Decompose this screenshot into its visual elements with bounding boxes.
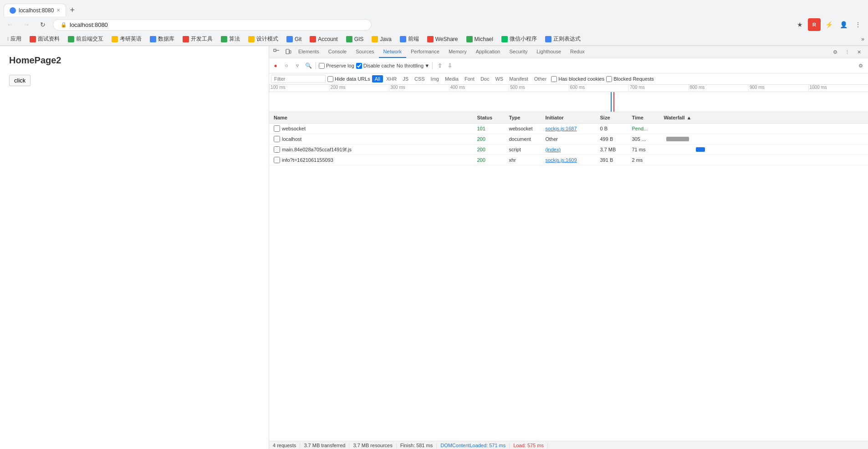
bookmark-favicon: [248, 36, 255, 42]
devtools-settings-icon[interactable]: ⚙: [830, 46, 841, 57]
devtools-status-bar: 4 requests 3.7 MB transferred 3.7 MB res…: [269, 441, 868, 449]
disable-cache-input[interactable]: [356, 63, 362, 69]
row-size-mainjs: 3.7 MB: [598, 146, 630, 153]
bookmark-kaoyan[interactable]: 考研英语: [108, 34, 145, 44]
devtools-more-icon[interactable]: ⋮: [842, 46, 853, 57]
reload-button[interactable]: ↻: [36, 18, 49, 31]
bookmark-weshare[interactable]: WeShare: [424, 35, 462, 43]
table-row[interactable]: info?t=1621061155093 200 xhr sockjs.js:1…: [269, 155, 868, 165]
row-status-mainjs: 200: [475, 146, 507, 153]
profile-icon[interactable]: 👤: [837, 18, 850, 31]
extensions-icon[interactable]: ⚡: [822, 18, 835, 31]
bookmark-star-icon[interactable]: ★: [793, 18, 806, 31]
bookmark-label: GIS: [354, 36, 364, 42]
browser-tab[interactable]: localhost:8080 ✕: [4, 4, 66, 16]
devtools-close-icon[interactable]: ✕: [853, 46, 864, 57]
bookmark-mianshi[interactable]: 面试资料: [26, 34, 63, 44]
row-checkbox[interactable]: [274, 136, 280, 142]
bookmark-qianhouduan[interactable]: 前后端交互: [64, 34, 107, 44]
bookmark-apps[interactable]: ⁝ 应用: [4, 34, 25, 44]
extension-icon-red[interactable]: R: [808, 18, 821, 31]
blocked-requests-input[interactable]: [606, 76, 612, 82]
svg-rect-0: [274, 49, 276, 52]
tab-network[interactable]: Network: [379, 46, 406, 58]
filter-tab-manifest[interactable]: Manifest: [506, 75, 531, 83]
bookmark-michael[interactable]: Michael: [463, 35, 497, 43]
blocked-requests-checkbox[interactable]: Blocked Requests: [606, 76, 654, 82]
row-checkbox[interactable]: [274, 157, 280, 163]
tab-security[interactable]: Security: [505, 46, 532, 58]
bookmark-qianduan[interactable]: 前端: [396, 34, 423, 44]
preserve-log-checkbox[interactable]: Preserve log: [319, 63, 354, 69]
settings-icon-right[interactable]: ⚙: [855, 60, 866, 71]
search-button[interactable]: 🔍: [304, 61, 313, 70]
filter-tab-css[interactable]: CSS: [412, 75, 428, 83]
url-box[interactable]: 🔒 localhost:8080: [53, 19, 372, 31]
bookmarks-more-icon[interactable]: »: [861, 36, 864, 42]
table-row[interactable]: main.84e028a705ccaf14919f.js 200 script …: [269, 145, 868, 155]
device-toolbar-icon[interactable]: [283, 46, 294, 57]
preserve-log-input[interactable]: [319, 63, 325, 69]
table-row[interactable]: websocket 101 websocket sockjs.js:1687 0…: [269, 124, 868, 134]
tab-elements[interactable]: Elements: [294, 46, 324, 58]
upload-icon[interactable]: ⇧: [435, 61, 444, 70]
inspect-element-icon[interactable]: [271, 46, 282, 57]
filter-tab-all[interactable]: All: [372, 75, 383, 83]
throttle-select[interactable]: No throttling ▼: [397, 63, 429, 68]
filter-tab-xhr[interactable]: XHR: [383, 75, 399, 83]
forward-button[interactable]: →: [20, 18, 33, 31]
menu-icon[interactable]: ⋮: [852, 18, 864, 31]
tick-1000ms: 1000 ms: [808, 85, 868, 92]
filter-tab-media[interactable]: Media: [442, 75, 461, 83]
row-status-localhost: 200: [475, 135, 507, 143]
row-checkbox[interactable]: [274, 146, 280, 153]
url-text: localhost:8080: [70, 21, 108, 28]
row-name-info: info?t=1621061155093: [272, 156, 475, 164]
back-button[interactable]: ←: [4, 18, 16, 31]
bookmark-kaifagongju[interactable]: 开发工具: [179, 34, 216, 44]
has-blocked-cookies-input[interactable]: [551, 76, 557, 82]
bookmark-git[interactable]: Git: [283, 35, 305, 43]
filter-input[interactable]: [271, 75, 326, 83]
browser-chrome: localhost:8080 ✕ + ← → ↻ 🔒 localhost:808…: [0, 0, 868, 46]
tab-memory[interactable]: Memory: [444, 46, 471, 58]
record-button[interactable]: ●: [271, 61, 280, 70]
clear-button[interactable]: ○: [282, 61, 291, 70]
filter-tab-font[interactable]: Font: [462, 75, 477, 83]
tab-redux[interactable]: Redux: [566, 46, 589, 58]
tick-800ms: 800 ms: [689, 85, 749, 92]
bookmark-suanfa[interactable]: 算法: [217, 34, 244, 44]
filter-tab-doc[interactable]: Doc: [478, 75, 492, 83]
bookmark-regex[interactable]: 正则表达式: [541, 34, 584, 44]
hide-data-urls-checkbox[interactable]: Hide data URLs: [327, 76, 370, 82]
column-header-type: Type: [507, 114, 544, 121]
bookmark-shujuku[interactable]: 数据库: [146, 34, 178, 44]
filter-tab-other[interactable]: Other: [531, 75, 550, 83]
bookmark-label: 算法: [229, 35, 240, 43]
bookmark-sheji[interactable]: 设计模式: [245, 34, 282, 44]
filter-tab-js[interactable]: JS: [400, 75, 411, 83]
tab-performance[interactable]: Performance: [406, 46, 444, 58]
tab-console[interactable]: Console: [324, 46, 351, 58]
bookmark-account[interactable]: Account: [306, 35, 341, 43]
tab-close-button[interactable]: ✕: [56, 8, 60, 13]
download-icon[interactable]: ⇩: [445, 61, 454, 70]
tab-sources[interactable]: Sources: [351, 46, 378, 58]
has-blocked-cookies-checkbox[interactable]: Has blocked cookies: [551, 76, 604, 82]
disable-cache-checkbox[interactable]: Disable cache: [356, 63, 395, 69]
row-size-localhost: 499 B: [598, 135, 630, 143]
filter-toggle-button[interactable]: ▿: [293, 61, 302, 70]
tab-lighthouse[interactable]: Lighthouse: [532, 46, 566, 58]
bookmark-gis[interactable]: GIS: [342, 35, 368, 43]
new-tab-button[interactable]: +: [70, 5, 75, 15]
bookmark-java[interactable]: Java: [368, 35, 395, 43]
tab-application[interactable]: Application: [471, 46, 505, 58]
bookmark-wechat[interactable]: 微信小程序: [498, 34, 541, 44]
filter-tab-ws[interactable]: WS: [492, 75, 506, 83]
table-row[interactable]: localhost 200 document Other 499 B 305 .…: [269, 134, 868, 145]
filter-tab-img[interactable]: Img: [428, 75, 442, 83]
click-button[interactable]: click: [9, 75, 31, 86]
row-checkbox[interactable]: [274, 125, 280, 132]
timeline-ruler: 100 ms 200 ms 300 ms 400 ms 500 ms 600 m…: [269, 85, 868, 92]
hide-data-urls-input[interactable]: [327, 76, 333, 82]
